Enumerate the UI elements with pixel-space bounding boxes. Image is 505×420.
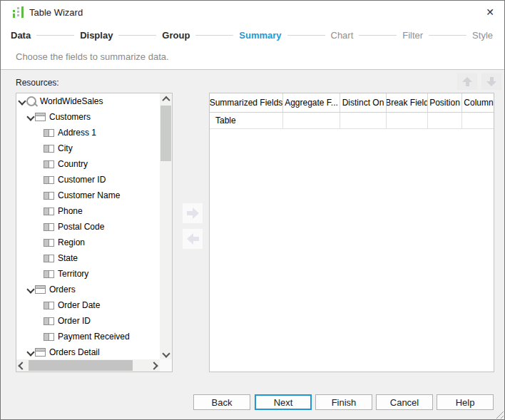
query-icon xyxy=(26,96,36,106)
chevron-spacer xyxy=(36,333,44,341)
add-field-button[interactable] xyxy=(183,203,203,223)
tree-item-label: Postal Code xyxy=(58,222,104,232)
scroll-up-icon[interactable] xyxy=(160,93,172,105)
collapse-chevron-icon[interactable] xyxy=(19,98,26,106)
chevron-spacer xyxy=(36,270,44,278)
summary-table-body: Table xyxy=(210,113,494,129)
tree-item-worldwidesales[interactable]: WorldWideSales xyxy=(16,93,160,109)
collapse-chevron-icon[interactable] xyxy=(27,113,35,121)
table-cell[interactable] xyxy=(462,113,494,129)
chevron-spacer xyxy=(36,208,44,215)
step-filter[interactable]: Filter xyxy=(402,30,423,41)
tree-item-order-date[interactable]: Order Date xyxy=(16,297,160,313)
cancel-button[interactable]: Cancel xyxy=(376,394,433,410)
column-icon xyxy=(44,129,54,137)
tree-item-customer-name[interactable]: Customer Name xyxy=(16,188,160,203)
column-header-summarized-fields[interactable]: Summarized Fields xyxy=(210,93,283,112)
step-group[interactable]: Group xyxy=(162,30,190,41)
icon-bar xyxy=(21,6,24,18)
column-icon xyxy=(44,208,54,215)
chevron-spacer xyxy=(36,302,44,309)
chevron-spacer xyxy=(36,317,44,325)
column-icon xyxy=(44,333,54,341)
tree-item-country[interactable]: Country xyxy=(16,156,160,172)
column-header-position[interactable]: Position xyxy=(428,93,462,112)
tree-item-label: Customer Name xyxy=(58,190,120,200)
step-style[interactable]: Style xyxy=(472,30,493,41)
step-connector xyxy=(429,35,466,36)
tree-vertical-scrollbar[interactable] xyxy=(160,93,172,359)
summary-table-header: Summarized FieldsAggregate F...Distinct … xyxy=(210,93,494,113)
close-icon[interactable]: ✕ xyxy=(481,5,499,19)
column-header-aggregate-f[interactable]: Aggregate F... xyxy=(283,93,340,112)
column-icon xyxy=(44,160,54,168)
back-button[interactable]: Back xyxy=(193,394,250,410)
column-icon xyxy=(44,302,54,309)
tree-horizontal-scrollbar[interactable] xyxy=(16,359,160,372)
help-button[interactable]: Help xyxy=(437,394,494,410)
tree-item-orders-detail[interactable]: Orders Detail xyxy=(16,344,160,359)
table-cell[interactable]: Table xyxy=(210,113,283,129)
remove-field-button[interactable] xyxy=(183,229,203,249)
resources-label: Resources: xyxy=(16,78,59,88)
collapse-chevron-icon[interactable] xyxy=(27,286,35,294)
step-connector xyxy=(195,35,233,36)
tree-item-label: Region xyxy=(58,237,85,247)
scrollbar-corner xyxy=(160,359,172,372)
tree-item-label: Order ID xyxy=(58,316,91,326)
tree-item-orders[interactable]: Orders xyxy=(16,282,160,297)
move-down-button[interactable] xyxy=(481,73,501,90)
step-data[interactable]: Data xyxy=(11,30,31,41)
tree-item-city[interactable]: City xyxy=(16,140,160,156)
collapse-chevron-icon[interactable] xyxy=(27,349,35,357)
tree-item-label: Orders xyxy=(49,285,76,294)
column-header-distinct-on[interactable]: Distinct On xyxy=(340,93,387,112)
scroll-down-icon[interactable] xyxy=(160,348,172,359)
column-header-break-field[interactable]: Break Field xyxy=(387,93,428,112)
step-connector xyxy=(287,35,325,36)
tree-item-label: Phone xyxy=(58,206,83,216)
table-cell[interactable] xyxy=(340,113,387,129)
tree-item-label: Order Date xyxy=(58,300,100,310)
move-up-button[interactable] xyxy=(457,73,477,90)
tree-item-phone[interactable]: Phone xyxy=(16,203,160,219)
step-connector xyxy=(36,35,74,36)
step-display[interactable]: Display xyxy=(80,30,113,41)
vertical-scroll-thumb[interactable] xyxy=(160,106,171,161)
tree-item-state[interactable]: State xyxy=(16,250,160,266)
column-icon xyxy=(44,317,54,325)
tree-item-label: Customer ID xyxy=(58,175,106,185)
table-cell[interactable] xyxy=(428,113,462,129)
finish-button[interactable]: Finish xyxy=(315,394,372,410)
horizontal-scroll-thumb[interactable] xyxy=(29,360,133,371)
summary-fields-panel: Summarized FieldsAggregate F...Distinct … xyxy=(209,93,494,372)
tree-item-customers[interactable]: Customers xyxy=(16,109,160,125)
table-cell[interactable] xyxy=(283,113,340,129)
column-icon xyxy=(44,255,54,262)
chevron-spacer xyxy=(36,239,44,247)
tree-item-order-id[interactable]: Order ID xyxy=(16,313,160,329)
tree-item-territory[interactable]: Territory xyxy=(16,266,160,282)
chevron-spacer xyxy=(36,255,44,262)
wizard-steps: DataDisplayGroupSummaryChartFilterStyle xyxy=(11,25,493,45)
tree-item-label: Address 1 xyxy=(58,128,96,138)
step-chart[interactable]: Chart xyxy=(331,30,354,41)
wizard-subtitle: Choose the fields to summarize data. xyxy=(16,51,169,62)
table-cell[interactable] xyxy=(387,113,428,129)
next-button[interactable]: Next xyxy=(255,394,312,410)
title-bar: Table Wizard ✕ xyxy=(1,1,504,24)
scroll-left-icon[interactable] xyxy=(16,359,28,372)
tree-item-region[interactable]: Region xyxy=(16,235,160,250)
tree-item-payment-received[interactable]: Payment Received xyxy=(16,329,160,344)
chevron-spacer xyxy=(36,129,44,137)
table-row[interactable]: Table xyxy=(210,113,494,129)
tree-item-label: State xyxy=(58,253,78,263)
tree-item-postal-code[interactable]: Postal Code xyxy=(16,219,160,235)
tree-item-address-1[interactable]: Address 1 xyxy=(16,125,160,140)
resize-grip[interactable] xyxy=(494,409,504,419)
column-header-column[interactable]: Column xyxy=(462,93,494,112)
tree-item-customer-id[interactable]: Customer ID xyxy=(16,172,160,188)
tree-item-label: Orders Detail xyxy=(49,347,100,357)
scroll-right-icon[interactable] xyxy=(148,359,160,372)
step-summary[interactable]: Summary xyxy=(239,30,281,41)
